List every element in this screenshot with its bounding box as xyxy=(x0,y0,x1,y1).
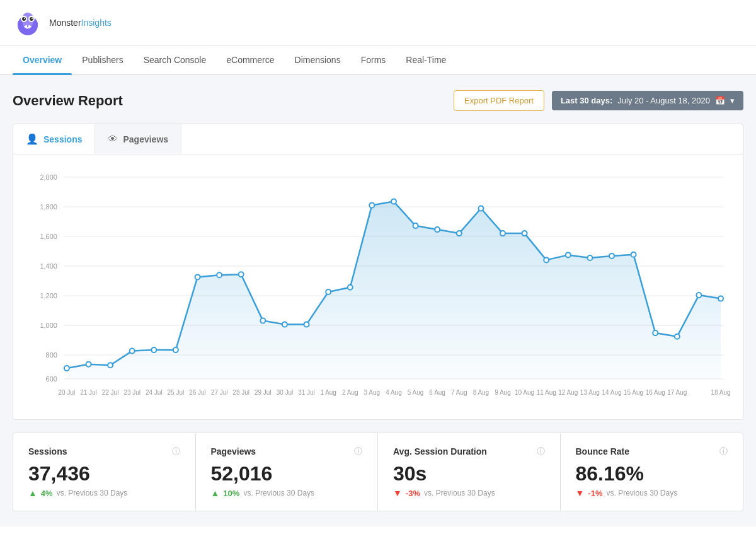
stat-bounce-rate-label: Bounce Rate xyxy=(576,446,630,456)
svg-point-41 xyxy=(326,289,331,294)
svg-text:9 Aug: 9 Aug xyxy=(495,389,511,396)
sessions-tab-label: Sessions xyxy=(43,134,82,144)
stat-sessions-info-icon[interactable]: ⓘ xyxy=(172,446,180,457)
svg-point-36 xyxy=(217,272,222,277)
nav-item-realtime[interactable]: Real-Time xyxy=(396,46,456,74)
svg-point-31 xyxy=(108,363,113,368)
nav-item-publishers[interactable]: Publishers xyxy=(72,46,133,74)
stat-sessions-arrow: ▲ xyxy=(28,488,37,498)
svg-text:1,800: 1,800 xyxy=(40,203,57,211)
stat-sessions-change: 4% xyxy=(41,489,53,498)
chart-tab-sessions[interactable]: 👤 Sessions xyxy=(13,124,95,154)
svg-text:27 Jul: 27 Jul xyxy=(211,389,228,396)
svg-text:4 Aug: 4 Aug xyxy=(386,389,402,396)
nav-item-ecommerce[interactable]: eCommerce xyxy=(216,46,284,74)
stat-pageviews-info-icon[interactable]: ⓘ xyxy=(354,446,362,457)
svg-text:1,200: 1,200 xyxy=(40,292,57,299)
stat-card-sessions: Sessions ⓘ 37,436 ▲ 4% vs. Previous 30 D… xyxy=(13,433,196,511)
svg-text:18 Aug: 18 Aug xyxy=(711,389,730,396)
stat-pageviews-vs: vs. Previous 30 Days xyxy=(243,489,314,497)
svg-text:24 Jul: 24 Jul xyxy=(146,389,163,396)
main-content: Overview Report Export PDF Report Last 3… xyxy=(0,75,756,526)
svg-text:11 Aug: 11 Aug xyxy=(537,389,556,396)
stat-bounce-rate-value: 86.16% xyxy=(576,462,644,485)
svg-point-29 xyxy=(64,366,69,371)
app-header: MonsterInsights xyxy=(0,0,756,46)
svg-point-40 xyxy=(304,322,309,327)
stat-avg-session-info-icon[interactable]: ⓘ xyxy=(537,446,545,457)
svg-text:1,000: 1,000 xyxy=(40,322,57,329)
stats-row: Sessions ⓘ 37,436 ▲ 4% vs. Previous 30 D… xyxy=(13,433,743,511)
stat-sessions-label: Sessions xyxy=(28,446,67,456)
svg-point-48 xyxy=(478,206,483,211)
stat-card-pageviews: Pageviews ⓘ 52,016 ▲ 10% vs. Previous 30… xyxy=(196,433,379,511)
svg-text:2,000: 2,000 xyxy=(40,173,57,181)
stat-card-bounce-rate: Bounce Rate ⓘ 86.16% ▼ -1% vs. Previous … xyxy=(561,433,743,511)
logo-insights-text: Insights xyxy=(81,18,112,28)
logo: MonsterInsights xyxy=(13,8,112,38)
svg-point-39 xyxy=(282,322,287,327)
date-range-label: Last 30 days: xyxy=(561,96,612,105)
svg-point-55 xyxy=(631,252,636,257)
svg-text:29 Jul: 29 Jul xyxy=(255,389,272,396)
svg-point-49 xyxy=(500,231,505,236)
stat-bounce-rate-change: -1% xyxy=(588,489,602,498)
stat-avg-session-change: -3% xyxy=(406,489,420,498)
nav-item-dimensions[interactable]: Dimensions xyxy=(285,46,351,74)
chevron-down-icon: ▾ xyxy=(730,96,735,105)
svg-point-4 xyxy=(22,17,26,21)
svg-text:31 Jul: 31 Jul xyxy=(298,389,315,396)
svg-text:15 Aug: 15 Aug xyxy=(624,389,643,396)
svg-point-57 xyxy=(675,334,680,339)
stat-bounce-rate-info-icon[interactable]: ⓘ xyxy=(719,446,728,457)
svg-text:28 Jul: 28 Jul xyxy=(232,389,249,396)
logo-icon xyxy=(13,8,43,38)
report-header: Overview Report Export PDF Report Last 3… xyxy=(13,90,743,111)
stat-sessions-value: 37,436 xyxy=(28,462,90,485)
main-nav: Overview Publishers Search Console eComm… xyxy=(0,46,756,75)
svg-point-47 xyxy=(457,231,462,236)
svg-text:30 Jul: 30 Jul xyxy=(277,389,294,396)
stat-avg-session-vs: vs. Previous 30 Days xyxy=(424,489,495,497)
svg-text:10 Aug: 10 Aug xyxy=(515,389,534,396)
svg-text:26 Jul: 26 Jul xyxy=(189,389,206,396)
svg-point-53 xyxy=(587,255,592,260)
svg-rect-8 xyxy=(25,25,27,28)
svg-text:17 Aug: 17 Aug xyxy=(667,389,687,396)
svg-point-52 xyxy=(566,252,571,257)
svg-point-37 xyxy=(239,272,244,277)
report-controls: Export PDF Report Last 30 days: July 20 … xyxy=(454,90,743,111)
svg-point-34 xyxy=(173,347,178,352)
svg-point-38 xyxy=(260,318,265,323)
svg-text:1 Aug: 1 Aug xyxy=(320,389,336,396)
svg-text:21 Jul: 21 Jul xyxy=(80,389,97,396)
svg-text:2 Aug: 2 Aug xyxy=(342,389,358,396)
svg-text:7 Aug: 7 Aug xyxy=(451,389,467,396)
sessions-chart: 2,000 1,800 1,600 1,400 1,200 1,000 800 … xyxy=(26,165,730,404)
svg-point-6 xyxy=(24,18,25,19)
svg-point-58 xyxy=(696,293,701,298)
svg-text:1,600: 1,600 xyxy=(40,233,57,240)
svg-text:25 Jul: 25 Jul xyxy=(168,389,185,396)
svg-text:13 Aug: 13 Aug xyxy=(580,389,600,396)
svg-rect-9 xyxy=(28,25,30,28)
svg-text:800: 800 xyxy=(46,351,57,359)
nav-item-search-console[interactable]: Search Console xyxy=(134,46,217,74)
export-pdf-button[interactable]: Export PDF Report xyxy=(454,90,544,111)
date-range-button[interactable]: Last 30 days: July 20 - August 18, 2020 … xyxy=(552,91,743,110)
svg-point-45 xyxy=(413,223,418,228)
stat-avg-session-value: 30s xyxy=(393,462,427,485)
svg-text:16 Aug: 16 Aug xyxy=(646,389,665,396)
nav-item-forms[interactable]: Forms xyxy=(351,46,396,74)
svg-text:6 Aug: 6 Aug xyxy=(429,389,445,396)
chart-tab-pageviews[interactable]: 👁 Pageviews xyxy=(95,124,181,154)
nav-item-overview[interactable]: Overview xyxy=(13,46,72,74)
pageviews-icon: 👁 xyxy=(108,134,118,145)
svg-text:3 Aug: 3 Aug xyxy=(364,389,381,396)
pageviews-tab-label: Pageviews xyxy=(123,134,168,144)
svg-text:12 Aug: 12 Aug xyxy=(558,389,578,396)
report-title: Overview Report xyxy=(13,93,123,109)
logo-monster-text: Monster xyxy=(49,18,81,28)
svg-text:14 Aug: 14 Aug xyxy=(602,389,622,396)
stat-pageviews-arrow: ▲ xyxy=(211,488,220,498)
